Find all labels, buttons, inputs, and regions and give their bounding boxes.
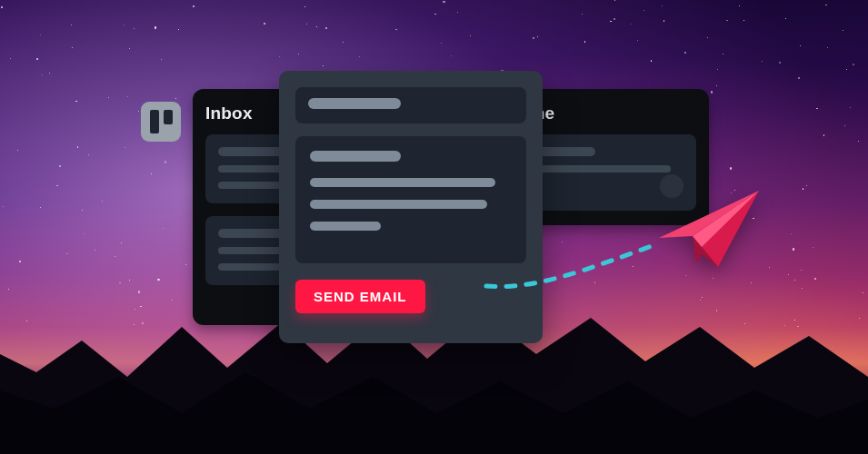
body-line-placeholder [310, 151, 401, 162]
paper-plane-icon [654, 183, 763, 274]
subject-placeholder [308, 98, 401, 109]
icon-bar-left [150, 110, 159, 133]
body-line-placeholder [310, 200, 487, 209]
body-line-placeholder [310, 222, 381, 231]
icon-bar-right [164, 110, 173, 124]
promo-illustration: Inbox Done SEND EMAIL [0, 0, 868, 454]
trello-icon [141, 102, 181, 142]
card-line-placeholder [524, 165, 671, 173]
body-line-placeholder [310, 178, 495, 187]
email-compose-window: SEND EMAIL [279, 71, 543, 343]
email-body-field[interactable] [295, 136, 526, 263]
send-email-button[interactable]: SEND EMAIL [295, 280, 425, 313]
email-subject-field[interactable] [295, 87, 526, 123]
